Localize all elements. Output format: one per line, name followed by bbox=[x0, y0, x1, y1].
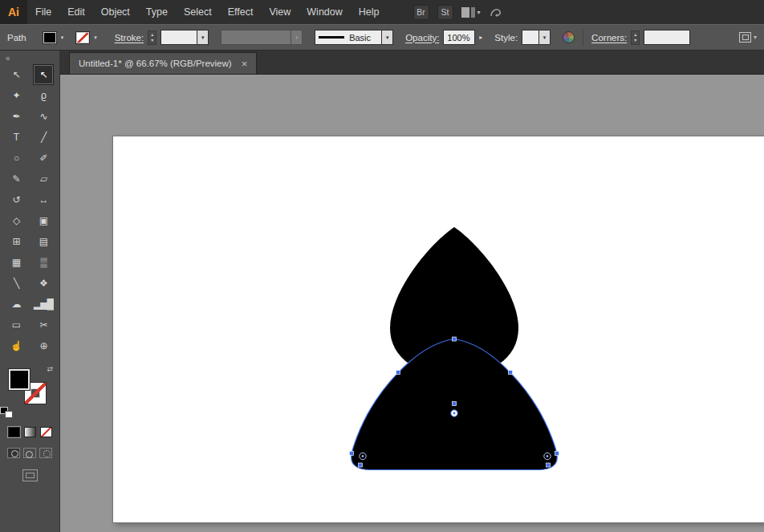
fill-dropdown-icon[interactable]: ▾ bbox=[60, 35, 65, 41]
gradient-button[interactable] bbox=[24, 427, 36, 437]
collapse-panel-icon[interactable]: « bbox=[0, 51, 16, 63]
stock-button[interactable]: St bbox=[437, 5, 453, 20]
opacity-panel-link[interactable]: Opacity: bbox=[405, 33, 439, 43]
stroke-weight-combo[interactable]: ▾ bbox=[161, 30, 209, 45]
column-graph-tool[interactable]: ▂▅█ bbox=[33, 294, 54, 315]
swap-fill-stroke-icon[interactable]: ⇄ bbox=[47, 365, 53, 373]
paintbrush-tool[interactable]: ✐ bbox=[33, 148, 54, 169]
symbol-sprayer-tool[interactable]: ☁ bbox=[6, 294, 26, 315]
stroke-panel-link[interactable]: Stroke: bbox=[115, 33, 144, 43]
draw-inside-button[interactable] bbox=[39, 448, 52, 458]
gradient-tool[interactable]: ▒ bbox=[33, 252, 54, 273]
anchor-point-apex[interactable] bbox=[453, 337, 457, 341]
direct-selection-tool[interactable]: ↖ bbox=[33, 64, 54, 85]
shape-builder-tool[interactable]: ⊞ bbox=[6, 231, 26, 252]
corners-input[interactable] bbox=[644, 30, 690, 45]
shaper-tool[interactable]: ✎ bbox=[6, 169, 26, 189]
zoom-tool[interactable]: ⊕ bbox=[33, 335, 54, 356]
line-segment-tool[interactable]: ╱ bbox=[33, 127, 54, 148]
brush-definition-select[interactable]: Basic bbox=[315, 30, 382, 45]
menu-select[interactable]: Select bbox=[176, 0, 220, 24]
workspace-switcher[interactable]: ▾ bbox=[461, 7, 481, 18]
fill-indicator[interactable] bbox=[9, 369, 30, 390]
brush-dropdown-icon[interactable]: ▾ bbox=[382, 30, 393, 45]
ellipse-tool[interactable]: ○ bbox=[6, 148, 26, 169]
screen-mode-button[interactable] bbox=[22, 469, 38, 481]
type-tool[interactable]: T bbox=[6, 127, 26, 148]
style-dropdown-icon[interactable]: ▾ bbox=[539, 30, 551, 45]
style-swatch[interactable] bbox=[522, 30, 539, 45]
eyedropper-tool[interactable]: ╲ bbox=[6, 273, 26, 294]
anchor-point-right-edge[interactable] bbox=[555, 452, 559, 456]
stroke-dropdown-icon[interactable]: ▾ bbox=[93, 35, 98, 41]
menu-view[interactable]: View bbox=[261, 0, 299, 24]
canvas[interactable] bbox=[60, 75, 764, 532]
menu-window[interactable]: Window bbox=[299, 0, 350, 24]
lasso-tool[interactable]: ϱ bbox=[33, 85, 54, 106]
anchor-point-right-shoulder[interactable] bbox=[509, 371, 513, 375]
brush-definition-combo[interactable]: Basic ▾ bbox=[315, 30, 393, 45]
artboard-tool[interactable]: ▭ bbox=[6, 315, 26, 335]
artboard[interactable] bbox=[113, 136, 764, 522]
anchor-point-bottom-left[interactable] bbox=[359, 463, 363, 467]
tab-close-icon[interactable]: × bbox=[242, 59, 248, 69]
selection-tool[interactable]: ↖ bbox=[6, 64, 26, 85]
perspective-grid-tool[interactable]: ▤ bbox=[33, 231, 54, 252]
stroke-color-swatch[interactable] bbox=[76, 32, 89, 43]
eraser-tool[interactable]: ▱ bbox=[33, 169, 54, 189]
magic-wand-tool[interactable]: ✦ bbox=[6, 85, 26, 106]
mesh-tool[interactable]: ▦ bbox=[6, 252, 26, 273]
menu-help[interactable]: Help bbox=[351, 0, 388, 24]
touch-workspace-icon[interactable] bbox=[489, 6, 505, 18]
anchor-point-bottom-right[interactable] bbox=[547, 463, 551, 467]
document-setup-group[interactable]: ▾ bbox=[739, 32, 757, 43]
document-tab-bar: Untitled-1* @ 66.67% (RGB/Preview) × bbox=[60, 51, 764, 75]
none-button[interactable] bbox=[40, 427, 52, 437]
blend-tool[interactable]: ❖ bbox=[33, 273, 54, 294]
center-target[interactable] bbox=[451, 410, 457, 416]
default-fill-stroke-icon[interactable] bbox=[1, 408, 12, 417]
width-tool[interactable]: ◇ bbox=[6, 210, 26, 231]
stepper-down-icon[interactable]: ▾ bbox=[632, 38, 639, 43]
control-bar: Path ▾ ▾ Stroke: ▴▾ ▾ ▾ Basic ▾ Opacity:… bbox=[0, 24, 764, 51]
hand-tool[interactable]: ☝ bbox=[6, 335, 26, 356]
draw-normal-button[interactable] bbox=[7, 448, 20, 458]
scale-tool[interactable]: ↔ bbox=[33, 189, 54, 210]
menu-type[interactable]: Type bbox=[138, 0, 176, 24]
rotate-tool[interactable]: ↺ bbox=[6, 189, 26, 210]
menu-items: FileEditObjectTypeSelectEffectViewWindow… bbox=[27, 0, 388, 24]
slice-tool[interactable]: ✂ bbox=[33, 315, 54, 335]
draw-behind-button[interactable] bbox=[23, 448, 36, 458]
color-button[interactable] bbox=[8, 427, 20, 437]
stroke-weight-dropdown-icon[interactable]: ▾ bbox=[197, 30, 209, 45]
menu-object[interactable]: Object bbox=[93, 0, 138, 24]
chevron-down-icon: ▾ bbox=[754, 34, 757, 41]
opacity-input[interactable]: 100% bbox=[443, 30, 475, 45]
document-layout-icon[interactable] bbox=[739, 32, 751, 43]
anchor-point-center[interactable] bbox=[453, 402, 457, 406]
free-transform-tool[interactable]: ▣ bbox=[33, 210, 54, 231]
anchor-point-left-shoulder[interactable] bbox=[396, 371, 400, 375]
app-logo[interactable]: Ai bbox=[0, 0, 27, 24]
fill-color-swatch[interactable] bbox=[43, 32, 56, 43]
stepper-up-icon[interactable]: ▴ bbox=[632, 32, 639, 38]
style-combo[interactable]: ▾ bbox=[522, 30, 551, 45]
document-tab[interactable]: Untitled-1* @ 66.67% (RGB/Preview) × bbox=[69, 52, 257, 74]
curvature-tool[interactable]: ∿ bbox=[33, 106, 54, 127]
bridge-button[interactable]: Br bbox=[413, 5, 429, 20]
menu-file[interactable]: File bbox=[27, 0, 59, 24]
stepper-down-icon[interactable]: ▾ bbox=[148, 38, 156, 43]
recolor-artwork-icon[interactable] bbox=[563, 31, 575, 43]
drawing-mode-buttons bbox=[7, 448, 52, 458]
width-profile-combo: ▾ bbox=[221, 30, 303, 45]
opacity-flyout-icon[interactable]: ▸ bbox=[479, 34, 482, 41]
corners-link[interactable]: Corners: bbox=[591, 33, 627, 43]
menu-effect[interactable]: Effect bbox=[220, 0, 262, 24]
menu-edit[interactable]: Edit bbox=[59, 0, 93, 24]
stroke-weight-stepper[interactable]: ▴▾ bbox=[148, 30, 156, 45]
stroke-weight-input[interactable] bbox=[161, 30, 197, 45]
corners-stepper[interactable]: ▴▾ bbox=[631, 30, 640, 45]
stepper-up-icon[interactable]: ▴ bbox=[148, 32, 156, 38]
anchor-point-left-edge[interactable] bbox=[350, 452, 354, 456]
pen-tool[interactable]: ✒ bbox=[6, 106, 26, 127]
